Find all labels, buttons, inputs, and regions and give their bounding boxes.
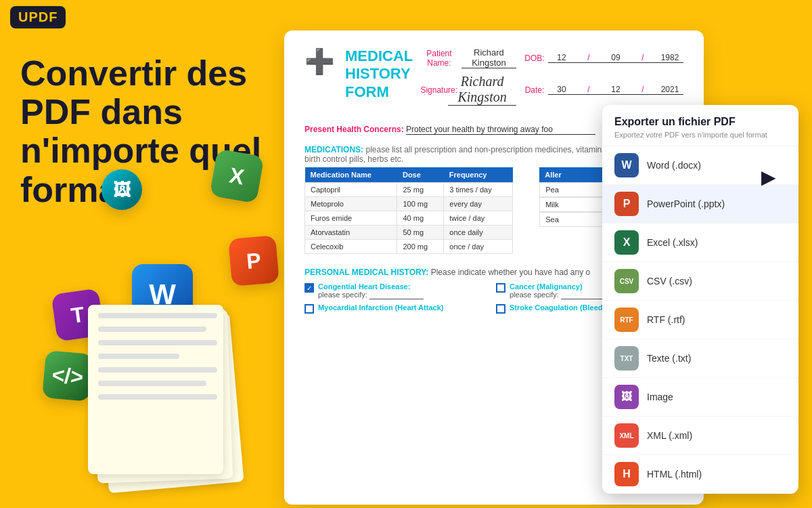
checkbox-item: Myocardial Infarction (Heart Attack): [304, 303, 492, 314]
checkbox-label: Myocardial Infarction (Heart Attack): [318, 303, 443, 312]
pdf-header: ➕ MEDICAL HISTORY FORM Patient Name: Ric…: [304, 47, 683, 111]
export-item-html[interactable]: H HTML (.html): [602, 455, 798, 494]
powerpoint-icon: P: [614, 192, 639, 216]
table-row: Celecoxib200 mgonce / day: [305, 240, 513, 254]
rtf-icon: RTF: [614, 308, 639, 332]
dob-year: 1982: [656, 53, 683, 63]
signature-value: Richard Kingston: [448, 74, 516, 106]
image-icon: 🖼: [614, 385, 639, 409]
export-item-word[interactable]: W Word (.docx): [602, 146, 798, 185]
dob-label: DOB:: [521, 54, 548, 63]
rtf-label: RTF (.rtf): [647, 314, 685, 325]
checkbox-label: Cancer (Malignancy) please specify:: [510, 282, 615, 299]
html-icon: H: [614, 462, 639, 486]
document-illustration: [88, 298, 250, 488]
patient-name-value: Richard Kingston: [461, 47, 517, 68]
table-row: Metoprolo100 mgevery day: [305, 197, 513, 211]
top-bar: UPDF: [0, 0, 812, 34]
medical-title-line2: HISTORY FORM: [345, 65, 417, 101]
csv-label: CSV (.csv): [647, 276, 692, 287]
med-col-dose: Dose: [397, 167, 444, 183]
checkbox-cancer: [496, 283, 505, 293]
txt-icon: TXT: [614, 346, 639, 371]
image-label: Image: [647, 391, 673, 402]
export-item-rtf[interactable]: RTF RTF (.rtf): [602, 301, 798, 339]
dob-month: 09: [602, 53, 629, 63]
checkbox-stroke: [496, 304, 505, 314]
checkbox-item: ✓ Congential Heart Disease: please speci…: [304, 282, 492, 299]
export-subtitle: Exportez votre PDF vers n'importe quel f…: [614, 131, 786, 139]
xml-icon: XML: [614, 423, 639, 448]
table-row: Captopril25 mg3 times / day: [305, 183, 513, 197]
export-item-powerpoint[interactable]: P PowerPoint (.pptx): [602, 185, 798, 224]
med-col-frequency: Frequency: [444, 167, 513, 183]
signature-row: Signature: Richard Kingston Date: 30 / 1…: [417, 74, 683, 106]
excel-label: Excel (.xlsx): [647, 237, 698, 248]
date-label: Date:: [521, 85, 548, 95]
export-panel: Exporter un fichier PDF Exportez votre P…: [602, 105, 798, 494]
date-year: 2021: [656, 85, 683, 95]
export-item-txt[interactable]: TXT Texte (.txt): [602, 339, 798, 378]
hero-title: Convertir des PDF dans n'importe quel fo…: [20, 54, 271, 209]
table-row: Furos emide40 mgtwice / day: [305, 211, 513, 226]
csv-icon: CSV: [614, 269, 639, 293]
powerpoint-label: PowerPoint (.pptx): [647, 198, 725, 209]
word-icon: W: [614, 153, 639, 177]
export-item-xml[interactable]: XML XML (.xml): [602, 417, 798, 455]
logo: UPDF: [10, 6, 66, 28]
patient-info-block: Patient Name: Richard Kingston DOB: 12 /…: [417, 47, 683, 111]
export-title: Exporter un fichier PDF: [614, 116, 786, 128]
icon-p: P: [228, 235, 279, 287]
med-col-name: Medication Name: [305, 167, 397, 183]
dob-day: 12: [548, 53, 575, 63]
table-row: Atorvastatin50 mgonce daily: [305, 226, 513, 240]
checkbox-congential: ✓: [304, 283, 314, 293]
patient-name-label: Patient Name:: [417, 49, 461, 68]
medical-title-block: MEDICAL HISTORY FORM: [345, 47, 417, 101]
checkbox-label: Congential Heart Disease: please specify…: [318, 282, 424, 299]
medical-title-line1: MEDICAL: [345, 47, 417, 65]
export-item-excel[interactable]: X Excel (.xlsx): [602, 224, 798, 262]
date-month: 12: [602, 85, 629, 95]
health-label: Present Health Concerns:: [304, 125, 404, 134]
excel-icon: X: [614, 230, 639, 255]
patient-name-row: Patient Name: Richard Kingston DOB: 12 /…: [417, 47, 683, 68]
signature-label: Signature:: [417, 85, 448, 95]
medications-table: Medication Name Dose Frequency Captopril…: [304, 167, 513, 254]
html-label: HTML (.html): [647, 469, 702, 480]
export-item-image[interactable]: 🖼 Image: [602, 378, 798, 417]
xml-label: XML (.xml): [647, 430, 692, 441]
date-day: 30: [548, 85, 575, 95]
export-item-csv[interactable]: CSV CSV (.csv): [602, 262, 798, 301]
checkbox-myocardial: [304, 304, 314, 314]
export-header: Exporter un fichier PDF Exportez votre P…: [602, 105, 798, 146]
txt-label: Texte (.txt): [647, 353, 691, 364]
word-label: Word (.docx): [647, 160, 701, 171]
hero-section: Convertir des PDF dans n'importe quel fo…: [20, 54, 271, 209]
medical-icon: ➕: [304, 47, 335, 76]
health-value: Protect your health by throwing away foo: [406, 125, 595, 135]
icon-code: </>: [42, 350, 93, 402]
